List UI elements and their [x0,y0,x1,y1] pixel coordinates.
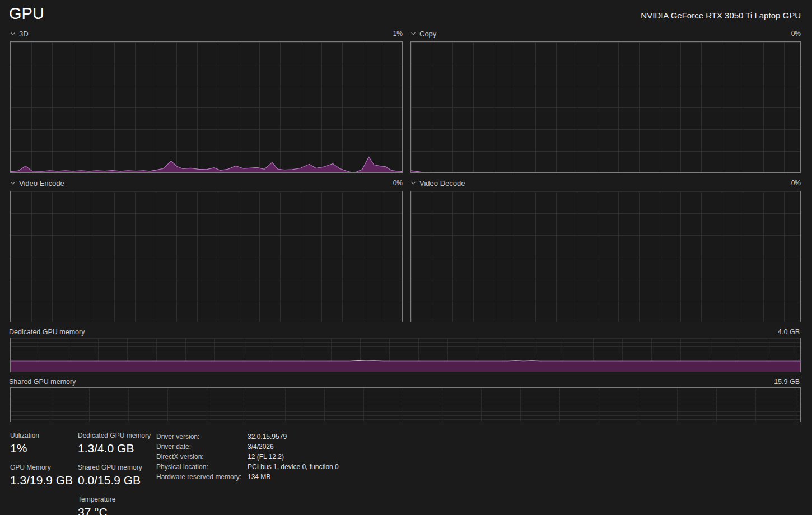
chevron-down-icon[interactable] [410,180,416,186]
gpu-performance-page: GPU NVIDIA GeForce RTX 3050 Ti Laptop GP… [0,0,812,515]
directx-version-value: 12 (FL 12.2) [248,452,801,462]
directx-version-label: DirectX version: [156,452,248,462]
hardware-reserved-memory-label: Hardware reserved memory: [156,472,248,482]
dedicated-memory-section: Dedicated GPU memory 4.0 GB [9,328,801,372]
stats-column-1: Utilization 1% GPU Memory 1.3/19.9 GB [10,430,78,515]
stats-footer: Utilization 1% GPU Memory 1.3/19.9 GB De… [10,430,801,515]
page-title: GPU [9,3,44,24]
dedicated-memory-chart[interactable] [10,338,801,372]
chart-percent-copy: 0% [791,30,801,38]
dedicated-memory-capacity: 4.0 GB [778,328,800,336]
shared-memory-stat-value: 0.0/15.9 GB [78,473,156,488]
dedicated-memory-stat-value: 1.3/4.0 GB [78,441,156,456]
stats-column-3: Driver version: 32.0.15.9579 Driver date… [156,430,801,515]
chart-panel-video-decode: Video Decode 0% [410,176,801,322]
stats-column-2: Dedicated GPU memory 1.3/4.0 GB Shared G… [78,430,156,515]
detail-row: Hardware reserved memory: 134 MB [156,472,801,482]
chart-title-video-decode: Video Decode [419,179,465,188]
chevron-down-icon[interactable] [10,31,16,36]
detail-row: Physical location: PCI bus 1, device 0, … [156,462,801,472]
shared-memory-capacity: 15.9 GB [774,378,800,386]
utilization-label: Utilization [10,432,78,439]
page-header: GPU NVIDIA GeForce RTX 3050 Ti Laptop GP… [9,3,801,27]
chart-canvas-video-decode[interactable] [410,191,801,322]
utilization-charts-grid: 3D 1% Copy 0% [10,27,801,322]
driver-version-value: 32.0.15.9579 [248,432,801,442]
chart-percent-video-decode: 0% [791,179,801,187]
detail-row: DirectX version: 12 (FL 12.2) [156,452,801,462]
chart-canvas-video-encode[interactable] [10,191,403,322]
chart-percent-3d: 1% [393,30,403,38]
chart-panel-video-encode: Video Encode 0% [10,176,403,322]
dedicated-memory-label: Dedicated GPU memory [9,328,85,336]
temperature-value: 37 °C [78,505,156,515]
shared-memory-section: Shared GPU memory 15.9 GB [9,378,801,422]
dedicated-memory-stat-label: Dedicated GPU memory [78,432,156,439]
shared-memory-stat-label: Shared GPU memory [78,464,156,471]
driver-date-value: 3/4/2026 [248,442,801,452]
shared-memory-label: Shared GPU memory [9,378,76,386]
chart-canvas-3d[interactable] [10,41,403,173]
chart-title-3d: 3D [19,30,29,38]
chart-title-copy: Copy [419,30,436,38]
shared-memory-chart[interactable] [10,387,801,422]
chart-title-video-encode: Video Encode [19,179,64,188]
chevron-down-icon[interactable] [410,31,416,36]
driver-date-label: Driver date: [156,442,248,452]
detail-row: Driver date: 3/4/2026 [156,442,801,452]
temperature-label: Temperature [78,495,156,503]
driver-version-label: Driver version: [156,432,248,442]
gpu-device-name: NVIDIA GeForce RTX 3050 Ti Laptop GPU [641,10,801,21]
chevron-down-icon[interactable] [10,180,16,186]
gpu-memory-value: 1.3/19.9 GB [10,473,78,488]
chart-canvas-copy[interactable] [410,41,801,173]
hardware-reserved-memory-value: 134 MB [248,472,801,482]
utilization-value: 1% [10,441,78,456]
physical-location-label: Physical location: [156,462,248,472]
gpu-memory-label: GPU Memory [10,464,78,471]
detail-row: Driver version: 32.0.15.9579 [156,432,801,442]
chart-panel-3d: 3D 1% [10,27,403,173]
chart-percent-video-encode: 0% [393,179,403,187]
chart-panel-copy: Copy 0% [410,27,801,173]
physical-location-value: PCI bus 1, device 0, function 0 [248,462,801,472]
